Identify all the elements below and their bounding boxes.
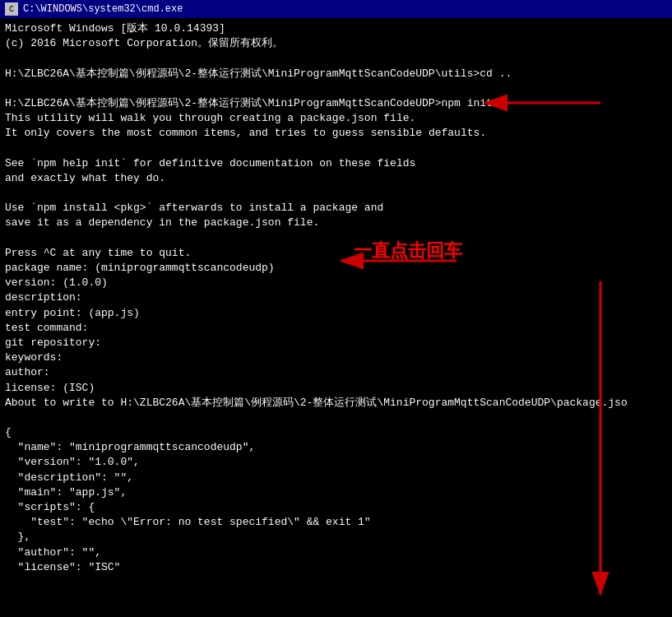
line-30: "version": "1.0.0", <box>5 455 667 470</box>
line-28: { <box>5 425 667 440</box>
line-35: }, <box>5 530 667 545</box>
title-bar-text: C:\WINDOWS\system32\cmd.exe <box>23 3 183 15</box>
line-1: Microsoft Windows [版本 10.0.14393] <box>5 21 667 36</box>
terminal-body: Microsoft Windows [版本 10.0.14393] (c) 20… <box>0 18 672 617</box>
line-27 <box>5 411 667 425</box>
line-3 <box>5 51 667 66</box>
line-9 <box>5 141 667 156</box>
line-36: "author": "", <box>5 545 667 560</box>
line-23: keywords: <box>5 350 667 365</box>
line-20: entry point: (app.js) <box>5 306 667 321</box>
line-33: "scripts": { <box>5 500 667 515</box>
title-bar: C C:\WINDOWS\system32\cmd.exe <box>0 0 672 18</box>
line-19: description: <box>5 290 667 305</box>
chinese-annotation: 一直点击回车 <box>354 239 462 264</box>
line-24: author: <box>5 365 667 380</box>
line-39 <box>5 590 667 605</box>
line-4: H:\ZLBC26A\基本控制篇\例程源码\2-整体运行测试\MiniProgr… <box>5 67 667 81</box>
line-17: package name: (miniprogrammqttscancodeud… <box>5 261 667 276</box>
line-38 <box>5 575 667 590</box>
line-11: and exactly what they do. <box>5 171 667 186</box>
line-34: "test": "echo \"Error: no test specified… <box>5 515 667 530</box>
line-31: "description": "", <box>5 471 667 485</box>
line-12 <box>5 186 667 201</box>
line-6: H:\ZLBC26A\基本控制篇\例程源码\2-整体运行测试\MiniProgr… <box>5 96 667 111</box>
line-8: It only covers the most common items, an… <box>5 126 667 141</box>
line-5 <box>5 81 667 96</box>
line-2: (c) 2016 Microsoft Corporation。保留所有权利。 <box>5 36 667 51</box>
line-13: Use `npm install <pkg>` afterwards to in… <box>5 201 667 216</box>
line-37: "license": "ISC" <box>5 560 667 575</box>
line-16: Press ^C at any time to quit. <box>5 246 667 261</box>
line-14: save it as a dependency in the package.j… <box>5 216 667 230</box>
line-7: This utility will walk you through creat… <box>5 111 667 126</box>
title-bar-icon: C <box>5 2 18 16</box>
line-18: version: (1.0.0) <box>5 276 667 290</box>
line-26: About to write to H:\ZLBC26A\基本控制篇\例程源码\… <box>5 396 667 411</box>
line-21: test command: <box>5 321 667 336</box>
terminal-lines: Microsoft Windows [版本 10.0.14393] (c) 20… <box>5 21 667 617</box>
line-29: "name": "miniprogrammqttscancodeudp", <box>5 440 667 455</box>
line-25: license: (ISC) <box>5 381 667 396</box>
line-41 <box>5 605 667 617</box>
line-15 <box>5 231 667 246</box>
line-22: git repository: <box>5 336 667 350</box>
line-32: "main": "app.js", <box>5 485 667 500</box>
line-10: See `npm help init` for definitive docum… <box>5 156 667 171</box>
